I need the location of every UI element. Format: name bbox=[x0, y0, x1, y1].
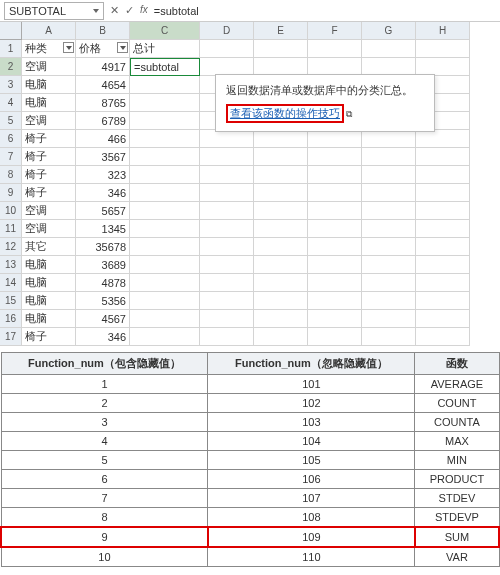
cell[interactable] bbox=[130, 328, 200, 346]
cell[interactable] bbox=[362, 202, 416, 220]
col-header-C[interactable]: C bbox=[130, 22, 200, 40]
cancel-icon[interactable]: ✕ bbox=[110, 4, 119, 17]
cell[interactable]: 空调 bbox=[22, 220, 76, 238]
confirm-icon[interactable]: ✓ bbox=[125, 4, 134, 17]
cell[interactable] bbox=[362, 292, 416, 310]
cell[interactable] bbox=[254, 148, 308, 166]
row-header[interactable]: 17 bbox=[0, 328, 22, 346]
cell[interactable]: 323 bbox=[76, 166, 130, 184]
cell[interactable] bbox=[200, 256, 254, 274]
cell[interactable] bbox=[308, 184, 362, 202]
cell[interactable] bbox=[308, 220, 362, 238]
col-header-F[interactable]: F bbox=[308, 22, 362, 40]
cell[interactable]: 种类 bbox=[22, 40, 76, 58]
cell[interactable]: 346 bbox=[76, 328, 130, 346]
cell[interactable] bbox=[416, 220, 470, 238]
cell[interactable] bbox=[254, 292, 308, 310]
cell[interactable] bbox=[362, 148, 416, 166]
cell[interactable] bbox=[308, 130, 362, 148]
row-header[interactable]: 14 bbox=[0, 274, 22, 292]
row-header[interactable]: 10 bbox=[0, 202, 22, 220]
cell[interactable] bbox=[362, 166, 416, 184]
cell[interactable]: 3689 bbox=[76, 256, 130, 274]
cell[interactable] bbox=[362, 184, 416, 202]
cell[interactable] bbox=[130, 94, 200, 112]
cell[interactable] bbox=[416, 130, 470, 148]
row-header[interactable]: 5 bbox=[0, 112, 22, 130]
cell[interactable]: 8765 bbox=[76, 94, 130, 112]
row-header[interactable]: 9 bbox=[0, 184, 22, 202]
row-header[interactable]: 11 bbox=[0, 220, 22, 238]
cell[interactable] bbox=[416, 184, 470, 202]
cell[interactable]: 电脑 bbox=[22, 292, 76, 310]
cell[interactable] bbox=[200, 184, 254, 202]
cell[interactable]: 346 bbox=[76, 184, 130, 202]
cell[interactable] bbox=[200, 292, 254, 310]
cell[interactable] bbox=[130, 310, 200, 328]
cell[interactable] bbox=[362, 220, 416, 238]
cell[interactable] bbox=[416, 148, 470, 166]
cell[interactable] bbox=[416, 274, 470, 292]
cell[interactable]: 5356 bbox=[76, 292, 130, 310]
cell[interactable] bbox=[416, 40, 470, 58]
name-box[interactable]: SUBTOTAL bbox=[4, 2, 104, 20]
cell[interactable] bbox=[416, 238, 470, 256]
col-header-G[interactable]: G bbox=[362, 22, 416, 40]
cell[interactable] bbox=[130, 220, 200, 238]
row-header[interactable]: 2 bbox=[0, 58, 22, 76]
formula-input[interactable]: =subtotal bbox=[154, 5, 496, 17]
cell[interactable] bbox=[308, 328, 362, 346]
cell[interactable] bbox=[254, 166, 308, 184]
cell[interactable] bbox=[362, 238, 416, 256]
cell[interactable] bbox=[416, 202, 470, 220]
cell[interactable] bbox=[308, 238, 362, 256]
row-header[interactable]: 1 bbox=[0, 40, 22, 58]
cell[interactable]: 电脑 bbox=[22, 94, 76, 112]
cell[interactable]: 4917 bbox=[76, 58, 130, 76]
filter-icon[interactable] bbox=[63, 42, 74, 53]
cell[interactable] bbox=[200, 328, 254, 346]
cell[interactable] bbox=[200, 238, 254, 256]
cell[interactable] bbox=[200, 202, 254, 220]
col-header-H[interactable]: H bbox=[416, 22, 470, 40]
cell[interactable] bbox=[200, 130, 254, 148]
cell[interactable] bbox=[254, 256, 308, 274]
cell[interactable]: 3567 bbox=[76, 148, 130, 166]
col-header-E[interactable]: E bbox=[254, 22, 308, 40]
cell[interactable] bbox=[254, 274, 308, 292]
cell[interactable]: 椅子 bbox=[22, 184, 76, 202]
cell[interactable]: 4567 bbox=[76, 310, 130, 328]
cell[interactable] bbox=[362, 130, 416, 148]
cell[interactable] bbox=[130, 76, 200, 94]
cell[interactable] bbox=[200, 220, 254, 238]
tooltip-help-link[interactable]: 查看该函数的操作技巧 bbox=[226, 104, 344, 123]
cell[interactable] bbox=[200, 310, 254, 328]
cell[interactable] bbox=[416, 310, 470, 328]
cell[interactable] bbox=[308, 148, 362, 166]
cell[interactable] bbox=[200, 40, 254, 58]
cell[interactable] bbox=[308, 166, 362, 184]
cell[interactable] bbox=[362, 310, 416, 328]
cell[interactable]: 4878 bbox=[76, 274, 130, 292]
cell[interactable] bbox=[362, 40, 416, 58]
cell[interactable]: 电脑 bbox=[22, 76, 76, 94]
cell[interactable]: 电脑 bbox=[22, 274, 76, 292]
row-header[interactable]: 8 bbox=[0, 166, 22, 184]
row-header[interactable]: 15 bbox=[0, 292, 22, 310]
cell[interactable] bbox=[362, 274, 416, 292]
row-header[interactable]: 12 bbox=[0, 238, 22, 256]
col-header-B[interactable]: B bbox=[76, 22, 130, 40]
col-header-A[interactable]: A bbox=[22, 22, 76, 40]
cell[interactable] bbox=[200, 166, 254, 184]
cell[interactable] bbox=[416, 256, 470, 274]
row-header[interactable]: 4 bbox=[0, 94, 22, 112]
row-header[interactable]: 13 bbox=[0, 256, 22, 274]
cell[interactable] bbox=[130, 238, 200, 256]
cell[interactable]: 电脑 bbox=[22, 310, 76, 328]
filter-icon[interactable] bbox=[117, 42, 128, 53]
cell[interactable]: 空调 bbox=[22, 112, 76, 130]
spreadsheet-grid[interactable]: A B C D E F G H 1 种类 价格 总计 2空调4917=subto… bbox=[0, 22, 500, 346]
cell[interactable]: 其它 bbox=[22, 238, 76, 256]
row-header[interactable]: 16 bbox=[0, 310, 22, 328]
cell[interactable] bbox=[254, 238, 308, 256]
